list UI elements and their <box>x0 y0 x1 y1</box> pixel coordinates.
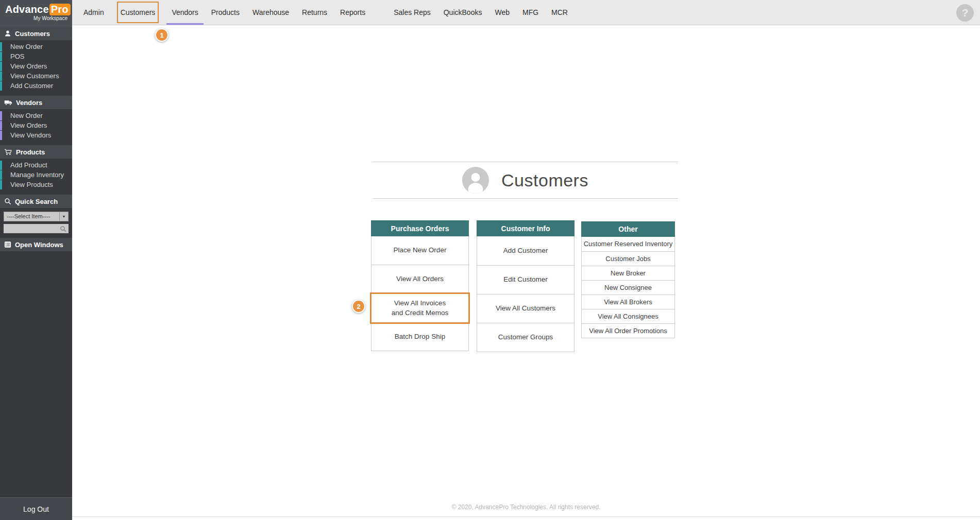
nav-tab-web[interactable]: Web <box>495 8 510 16</box>
customers-avatar-icon <box>462 167 489 194</box>
sidebar-item-view-customers[interactable]: View Customers <box>0 72 72 81</box>
menu-cell-new-broker[interactable]: New Broker <box>582 266 674 280</box>
sidebar-item-pos[interactable]: POS <box>0 52 72 61</box>
person-icon <box>4 30 11 37</box>
sidebar-section-customers[interactable]: Customers <box>0 27 72 40</box>
logo-advance: Advance <box>5 4 49 15</box>
sidebar-item-view-products[interactable]: View Products <box>0 180 72 189</box>
sidebar-item-new-order-customers[interactable]: New Order <box>0 42 72 51</box>
nav-tab-warehouse[interactable]: Warehouse <box>252 8 289 16</box>
menu-cell-view-all-order-promotions[interactable]: View All Order Promotions <box>582 323 674 338</box>
top-navigation: Admin Customers Vendors Products Warehou… <box>72 0 980 25</box>
sidebar-section-vendors[interactable]: Vendors <box>0 96 72 109</box>
search-icon <box>60 226 66 232</box>
sidebar-section-open-windows[interactable]: Open Windows <box>0 238 72 251</box>
nav-tab-admin[interactable]: Admin <box>83 8 104 16</box>
app-logo: AdvancePro My Workspace <box>0 0 72 27</box>
menu-cell-batch-drop-ship[interactable]: Batch Drop Ship <box>371 323 468 351</box>
quick-search-select[interactable]: ----Select Item---- ▼ <box>4 212 69 221</box>
nav-tab-mcr[interactable]: MCR <box>551 8 568 16</box>
search-icon <box>4 198 11 205</box>
menu-cell-edit-customer[interactable]: Edit Customer <box>477 265 574 294</box>
active-tab-underline <box>166 23 203 25</box>
other-header: Other <box>581 221 675 237</box>
content-bottom-divider <box>72 516 980 517</box>
nav-tab-products[interactable]: Products <box>211 8 240 16</box>
sidebar: AdvancePro My Workspace Customers New Or… <box>0 0 72 520</box>
quick-search-input[interactable] <box>4 224 69 233</box>
purchase-orders-header: Purchase Orders <box>371 220 469 236</box>
menu-cell-view-all-invoices[interactable]: View All Invoices and Credit Memos <box>371 293 468 323</box>
quick-search-select-value: ----Select Item---- <box>4 212 59 221</box>
cart-icon <box>4 149 12 155</box>
page-heading: Customers <box>373 162 678 199</box>
menu-cell-view-all-orders[interactable]: View All Orders <box>371 265 468 293</box>
sidebar-section-label: Open Windows <box>15 241 63 249</box>
menu-cell-customer-reserved-inventory[interactable]: Customer Reserved Inventory <box>582 237 674 251</box>
open-windows-icon <box>4 241 11 248</box>
sidebar-section-label: Quick Search <box>15 198 58 205</box>
nav-tab-vendors-label: Vendors <box>172 8 198 16</box>
customer-info-header: Customer Info <box>477 220 575 236</box>
menu-cell-view-all-customers[interactable]: View All Customers <box>477 294 574 323</box>
sidebar-item-view-orders-customers[interactable]: View Orders <box>0 62 72 71</box>
sidebar-item-view-vendors[interactable]: View Vendors <box>0 131 72 140</box>
purchase-orders-column: Purchase Orders Place New Order View All… <box>371 220 469 351</box>
menu-cell-new-consignee[interactable]: New Consignee <box>582 280 674 294</box>
truck-icon <box>4 99 12 106</box>
logo-pro-badge: Pro <box>49 4 71 15</box>
nav-tab-sales-reps[interactable]: Sales Reps <box>394 8 431 16</box>
customer-info-column: Customer Info Add Customer Edit Customer… <box>477 220 575 352</box>
nav-tab-customers-label: Customers <box>121 8 156 16</box>
other-column: Other Customer Reserved Inventory Custom… <box>581 221 675 338</box>
nav-tab-customers[interactable]: Customers <box>117 2 159 23</box>
help-icon[interactable]: ? <box>956 4 974 22</box>
step-badge-2: 2 <box>352 300 365 313</box>
main-content: Customers Purchase Orders Place New Orde… <box>72 26 980 520</box>
logout-button[interactable]: Log Out <box>0 497 72 520</box>
sidebar-section-quick-search: Quick Search <box>0 195 72 208</box>
page-title: Customers <box>501 170 588 190</box>
nav-tab-reports[interactable]: Reports <box>340 8 365 16</box>
sidebar-section-label: Customers <box>15 30 50 38</box>
sidebar-section-products[interactable]: Products <box>0 145 72 159</box>
nav-tab-mfg[interactable]: MFG <box>522 8 538 16</box>
sidebar-item-view-orders-vendors[interactable]: View Orders <box>0 121 72 130</box>
copyright-footer: © 2020, AdvancePro Technologies. All rig… <box>72 504 980 511</box>
sidebar-item-new-order-vendors[interactable]: New Order <box>0 111 72 120</box>
menu-cell-place-new-order[interactable]: Place New Order <box>371 236 468 265</box>
nav-tab-returns[interactable]: Returns <box>302 8 327 16</box>
menu-cell-view-all-brokers[interactable]: View All Brokers <box>582 294 674 309</box>
menu-cell-view-all-consignees[interactable]: View All Consignees <box>582 309 674 323</box>
nav-tab-vendors[interactable]: Vendors <box>172 8 198 16</box>
sidebar-item-add-product[interactable]: Add Product <box>0 161 72 170</box>
sidebar-item-manage-inventory[interactable]: Manage Inventory <box>0 170 72 180</box>
sidebar-item-add-customer[interactable]: Add Customer <box>0 81 72 91</box>
menu-cell-add-customer[interactable]: Add Customer <box>477 236 574 265</box>
quick-search-text-field[interactable] <box>6 225 60 232</box>
chevron-down-icon: ▼ <box>59 212 68 221</box>
nav-tab-quickbooks[interactable]: QuickBooks <box>444 8 482 16</box>
logo-tagline: My Workspace <box>5 15 67 21</box>
sidebar-section-label: Vendors <box>16 99 42 107</box>
sidebar-section-label: Products <box>16 148 45 156</box>
menu-cell-customer-groups[interactable]: Customer Groups <box>477 323 574 352</box>
menu-cell-customer-jobs[interactable]: Customer Jobs <box>582 251 674 266</box>
step-badge-1: 1 <box>155 28 168 42</box>
